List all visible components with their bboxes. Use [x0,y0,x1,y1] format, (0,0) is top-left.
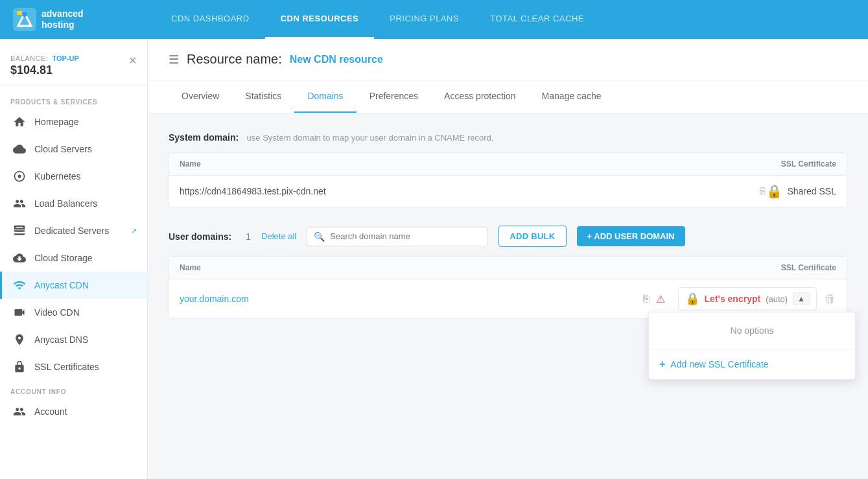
system-ssl-cell: 🔒 Shared SSL [766,183,837,199]
tab-domains[interactable]: Domains [294,80,356,113]
sidebar-label-anycast-cdn: Anycast CDN [34,280,89,290]
ssl-select-button[interactable]: 🔒 Let's encrypt (auto) ▲ [678,287,817,310]
tabs-bar: Overview Statistics Domains Preferences … [148,80,868,113]
sidebar-item-video-cdn[interactable]: Video CDN [0,299,147,326]
filter-icon[interactable]: ☰ [169,53,179,67]
sidebar-label-account: Account [34,406,67,417]
anycast-cdn-icon [12,278,27,292]
tab-access-protection[interactable]: Access protection [431,80,529,113]
resource-name: New CDN resource [290,54,383,65]
sidebar-item-ssl-certificates[interactable]: SSL Certificates [0,353,147,380]
user-domain-ssl-col: SSL Certificate [781,263,836,272]
user-domains-label: User domains: [169,231,231,242]
nav-pricing-plans[interactable]: PRICING PLANS [374,0,475,39]
top-nav: advanced hosting CDN DASHBOARD CDN RESOU… [0,0,868,39]
domain-search-input[interactable] [330,231,481,241]
add-user-domain-button[interactable]: + ADD USER DOMAIN [577,226,685,246]
system-domain-table-header: Name SSL Certificate [169,153,847,176]
svg-point-2 [22,12,27,17]
sidebar-item-anycast-dns[interactable]: Anycast DNS [0,326,147,353]
svg-rect-3 [17,11,22,15]
nav-total-clear-cache[interactable]: TOTAL CLEAR CACHE [475,0,600,39]
sidebar-label-load-balancers: Load Balancers [34,198,97,209]
warning-icon[interactable]: ⚠ [656,293,665,305]
copy-domain-icon[interactable]: ⎘ [643,293,650,305]
system-domain-row: https://cdn41864983.test.pix-cdn.net ⎘ 🔒… [169,176,847,207]
system-domain-url: https://cdn41864983.test.pix-cdn.net [180,186,753,196]
user-domains-count: 1 [246,231,251,242]
balance-label: BALANCE: [10,54,48,62]
user-domain-name-col: Name [180,263,201,272]
sidebar-label-kubernetes: Kubernetes [34,171,81,181]
sidebar-label-cloud-storage: Cloud Storage [34,253,93,263]
system-ssl-type: Shared SSL [788,186,837,196]
sidebar-label-cloud-servers: Cloud Servers [34,144,92,154]
system-domain-name-col: Name [180,159,201,169]
copy-url-icon[interactable]: ⎘ [760,185,766,197]
load-balancers-icon [12,196,27,211]
balance-section: BALANCE: TOP-UP $104.81 ✕ [0,47,147,86]
no-options-label: No options [649,312,855,349]
sidebar-label-video-cdn: Video CDN [34,307,80,318]
tab-manage-cache[interactable]: Manage cache [529,80,615,113]
external-link-icon: ↗ [131,227,137,235]
delete-domain-icon[interactable]: 🗑 [825,292,836,306]
add-plus-icon: + [659,358,665,370]
products-section-label: PRODUCTS & SERVICES [0,91,147,108]
sidebar-item-homepage[interactable]: Homepage [0,108,147,135]
sidebar-label-homepage: Homepage [34,117,79,127]
add-ssl-option[interactable]: + Add new SSL Certificate [649,349,855,379]
row-actions: ⎘ ⚠ [643,293,665,305]
ssl-certificates-icon [12,360,27,374]
add-bulk-button[interactable]: ADD BULK [499,226,566,247]
balance-amount: $104.81 [10,64,79,77]
nav-cdn-dashboard[interactable]: CDN DASHBOARD [156,0,265,39]
logo-icon [13,8,36,31]
ssl-encrypt-icon: 🔒 [685,292,699,306]
user-domain-link[interactable]: your.domain.com [180,294,643,304]
user-domains-header: User domains: 1 Delete all 🔍 ADD BULK + … [169,226,847,247]
content-header: ☰ Resource name: New CDN resource [148,39,868,80]
sidebar-item-load-balancers[interactable]: Load Balancers [0,190,147,217]
close-button[interactable]: ✕ [128,54,137,67]
content-body: System domain: use System domain to map … [148,113,868,337]
resource-label: Resource name: [187,52,282,67]
topup-link[interactable]: TOP-UP [52,54,78,62]
delete-all-button[interactable]: Delete all [261,231,296,241]
user-domain-table: Name SSL Certificate your.domain.com ⎘ ⚠… [169,256,847,319]
domain-search[interactable]: 🔍 [307,227,488,246]
system-domain-title: System domain: [169,132,239,143]
system-domain-subtitle: use System domain to map your user domai… [247,133,494,143]
cloud-storage-icon [12,251,27,265]
brand-name-line1: advanced [41,8,84,19]
chevron-up-icon[interactable]: ▲ [793,292,810,305]
sidebar-item-kubernetes[interactable]: Kubernetes [0,163,147,190]
ssl-auto-label: (auto) [766,294,788,304]
anycast-dns-icon [12,333,27,347]
sidebar-item-account[interactable]: Account [0,398,147,425]
ssl-select-container: 🔒 Let's encrypt (auto) ▲ No options + [678,287,817,310]
user-domain-table-header: Name SSL Certificate [169,257,847,279]
add-ssl-label: Add new SSL Certificate [670,359,768,369]
sidebar-item-cloud-servers[interactable]: Cloud Servers [0,135,147,163]
brand-name-line2: hosting [41,19,84,30]
sidebar-label-dedicated-servers: Dedicated Servers [34,226,109,236]
tab-preferences[interactable]: Preferences [357,80,431,113]
sidebar-item-cloud-storage[interactable]: Cloud Storage [0,244,147,272]
sidebar-label-anycast-dns: Anycast DNS [34,334,88,345]
account-section-label: ACCOUNT INFO [0,380,147,398]
system-domain-table: Name SSL Certificate https://cdn41864983… [169,152,847,207]
system-domain-ssl-col: SSL Certificate [781,159,836,169]
tab-statistics[interactable]: Statistics [232,80,294,113]
logo[interactable]: advanced hosting [13,8,130,31]
user-domains-section: User domains: 1 Delete all 🔍 ADD BULK + … [169,226,847,319]
video-cdn-icon [12,305,27,320]
tab-overview[interactable]: Overview [169,80,232,113]
nav-cdn-resources[interactable]: CDN RESOURCES [265,0,375,39]
sidebar-item-dedicated-servers[interactable]: Dedicated Servers ↗ [0,217,147,244]
dedicated-servers-icon [12,224,27,238]
main-content: ☰ Resource name: New CDN resource Overvi… [148,39,868,479]
user-domain-row: your.domain.com ⎘ ⚠ 🔒 Let's encrypt (aut… [169,279,847,318]
sidebar-item-anycast-cdn[interactable]: Anycast CDN [0,272,147,299]
search-icon: 🔍 [314,231,325,242]
